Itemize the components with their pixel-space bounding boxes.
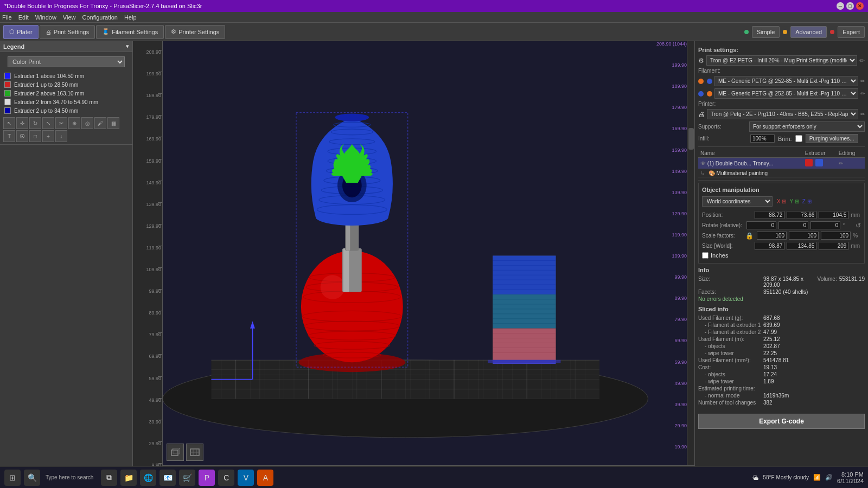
- rotate-x-input[interactable]: [746, 221, 776, 229]
- ruler-line: [158, 137, 162, 137]
- ruler-mark: 109.90: [146, 267, 161, 272]
- edit-filament1-icon[interactable]: ✏: [860, 78, 865, 84]
- tool-changes-row: Number of tool changes 382: [698, 399, 865, 406]
- filament-1-select[interactable]: ME - Generic PETG @ 252-85 - Multi Ext -…: [714, 76, 858, 86]
- export-gcode-button[interactable]: Export G-code: [698, 414, 865, 429]
- menu-help[interactable]: Help: [124, 14, 137, 21]
- print-settings-button[interactable]: 🖨 Print Settings: [40, 25, 95, 39]
- viewport[interactable]: 208.90 199.90 189.90 179.90 169.90 159.9…: [133, 41, 694, 476]
- plater-icon: ⬡: [9, 28, 15, 35]
- size-y-input[interactable]: [787, 242, 816, 250]
- filament-2-select[interactable]: ME - Generic PETG @ 252-85 - Multi Ext -…: [714, 88, 858, 99]
- scroll-indicator[interactable]: [687, 41, 694, 476]
- file-explorer-button[interactable]: 📁: [120, 470, 137, 486]
- eye-icon-0[interactable]: 👁: [700, 160, 706, 166]
- support-tool[interactable]: ⊕: [68, 117, 80, 129]
- scale-lock-icon[interactable]: 🔒: [745, 232, 754, 240]
- ruler-mark: 139.90: [146, 202, 161, 207]
- color-mode-select[interactable]: Color Print: [8, 56, 125, 67]
- object-row-0[interactable]: 👁 (1) Double Boub... Tronxy... ✏: [698, 158, 865, 169]
- position-y-input[interactable]: [787, 211, 816, 219]
- brim-checkbox[interactable]: [795, 135, 802, 142]
- printer-select[interactable]: Tron @ Petg - 2E - Prg110 - 40ms - B85, …: [707, 109, 858, 119]
- edit-printer-icon[interactable]: ✏: [860, 111, 865, 117]
- rotate-reset-icon[interactable]: ↺: [856, 222, 861, 229]
- sla-tool[interactable]: ⦿: [16, 130, 28, 142]
- scroll-thumb[interactable]: [688, 128, 694, 150]
- scale-tool[interactable]: ⤡: [42, 117, 54, 129]
- size-x-input[interactable]: [755, 242, 784, 250]
- coord-system-select[interactable]: World coordinates Local coordinates: [702, 196, 773, 207]
- edit-icon-0[interactable]: ✏: [839, 160, 843, 166]
- ruler-mark: 39.90: [149, 420, 161, 425]
- mail-button[interactable]: 📧: [159, 470, 176, 486]
- chrome-button[interactable]: C: [218, 470, 234, 486]
- infill-input[interactable]: [750, 134, 775, 143]
- rotate-z-input[interactable]: [810, 221, 840, 229]
- printer-settings-button[interactable]: ⚙ Printer Settings: [165, 25, 225, 39]
- cut-tool[interactable]: ✂: [55, 117, 67, 129]
- object-manipulation-title: Object manipulation: [702, 187, 861, 193]
- edit-profile-icon[interactable]: ✏: [859, 57, 865, 65]
- rotate-y-input[interactable]: [778, 221, 808, 229]
- rotate-tool[interactable]: ↻: [29, 117, 41, 129]
- legend-color-0: [4, 73, 11, 79]
- scale-y-input[interactable]: [789, 232, 819, 240]
- app-icon[interactable]: A: [257, 470, 273, 486]
- menu-configuration[interactable]: Configuration: [82, 14, 117, 21]
- menu-window[interactable]: Window: [35, 14, 56, 21]
- scale-z-input[interactable]: [821, 232, 851, 240]
- ruler-line: [158, 289, 162, 290]
- arrow-down-tool[interactable]: ↓: [55, 130, 67, 142]
- legend-collapse-icon[interactable]: ▾: [126, 43, 129, 50]
- fdm-paint-tool[interactable]: ▦: [107, 117, 119, 129]
- search-button[interactable]: 🔍: [24, 470, 40, 486]
- select-tool[interactable]: ↖: [3, 117, 15, 129]
- edit-filament2-icon[interactable]: ✏: [860, 91, 865, 97]
- x-axis-icon: X ⊞: [777, 198, 786, 204]
- prusaslicer-taskbar[interactable]: P: [199, 470, 215, 486]
- menu-view[interactable]: View: [63, 14, 76, 21]
- scale-x-input[interactable]: [757, 232, 787, 240]
- normal-mode-row: - normal mode 1d19h36m: [698, 392, 865, 399]
- start-button[interactable]: ⊞: [4, 470, 21, 486]
- maximize-button[interactable]: □: [846, 2, 854, 10]
- seam-tool[interactable]: ◎: [81, 117, 93, 129]
- size-z-input[interactable]: [819, 242, 848, 250]
- scale-label: Scale factors:: [702, 233, 742, 239]
- extruder-badge-0b: [815, 159, 823, 166]
- menu-edit[interactable]: Edit: [18, 14, 29, 21]
- ruler-mark: 149.90: [146, 181, 161, 185]
- hollow-tool[interactable]: □: [29, 130, 41, 142]
- advanced-mode-button[interactable]: Advanced: [790, 26, 827, 38]
- move-tool[interactable]: ✛: [16, 117, 28, 129]
- ruler-line: [158, 398, 162, 399]
- view-cube: [167, 444, 203, 461]
- minimize-button[interactable]: ─: [837, 2, 844, 10]
- position-label: Position:: [702, 212, 752, 218]
- vscode-button[interactable]: V: [238, 470, 254, 486]
- perspective-view-button[interactable]: [167, 444, 184, 461]
- task-view-button[interactable]: ⧉: [101, 470, 117, 486]
- supports-select[interactable]: For support enforcers only: [749, 121, 865, 132]
- close-button[interactable]: ✕: [856, 2, 864, 10]
- expert-mode-button[interactable]: Expert: [838, 26, 865, 38]
- plater-button[interactable]: ⬡ Plater: [3, 25, 39, 39]
- filament-settings-button[interactable]: 🧵 Filament Settings: [96, 25, 164, 39]
- inches-checkbox[interactable]: [702, 252, 709, 259]
- objects-label: - objects: [698, 343, 763, 349]
- position-z-input[interactable]: [819, 211, 848, 219]
- store-button[interactable]: 🛒: [179, 470, 195, 486]
- position-x-input[interactable]: [755, 211, 784, 219]
- simple-mode-button[interactable]: Simple: [752, 26, 780, 38]
- print-profile-select[interactable]: Tron @ E2 PETG - Infill 20% - Mug Print …: [706, 55, 857, 66]
- text-tool[interactable]: T: [3, 130, 15, 142]
- paint-tool[interactable]: 🖌: [94, 117, 106, 129]
- legend-item-3: Extruder 2 from 34.70 to 54.90 mm: [0, 98, 132, 106]
- search-label: Type here to search: [46, 474, 93, 480]
- add-tool[interactable]: +: [42, 130, 54, 142]
- browser-button[interactable]: 🌐: [140, 470, 156, 486]
- ortho-view-button[interactable]: [186, 444, 203, 461]
- menu-file[interactable]: File: [2, 14, 12, 21]
- purging-volumes-button[interactable]: Purging volumes...: [806, 134, 858, 143]
